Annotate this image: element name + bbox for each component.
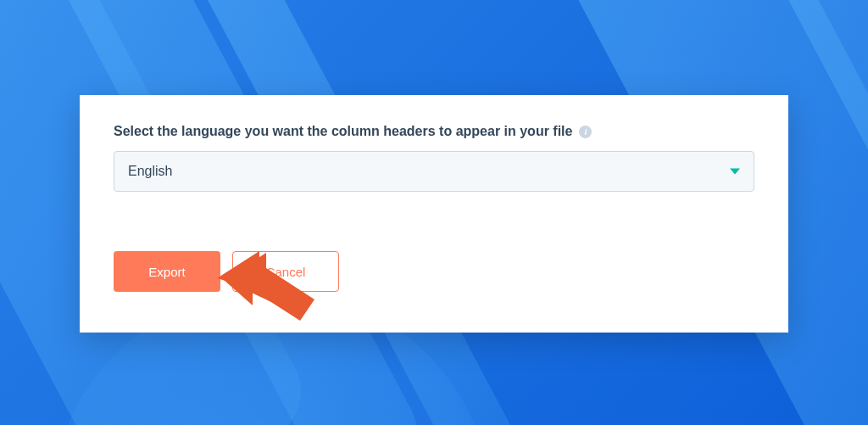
language-field-label: Select the language you want the column … (114, 124, 572, 139)
cancel-button[interactable]: Cancel (232, 251, 339, 292)
field-label-row: Select the language you want the column … (114, 124, 754, 139)
export-dialog: Select the language you want the column … (80, 95, 788, 333)
chevron-down-icon (730, 169, 740, 175)
language-select[interactable]: English (114, 151, 754, 192)
export-button[interactable]: Export (114, 251, 220, 292)
info-icon[interactable]: i (579, 126, 592, 138)
dialog-actions: Export Cancel (114, 251, 754, 292)
language-select-value: English (128, 164, 172, 179)
